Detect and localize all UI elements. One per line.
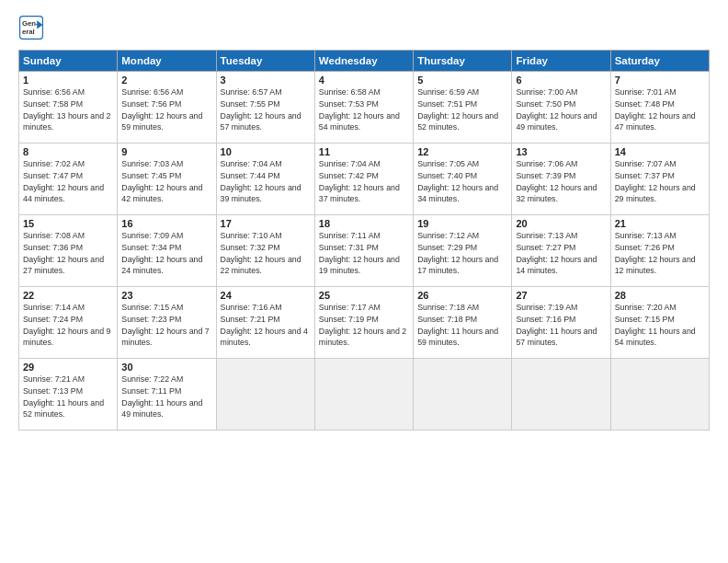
day-info: Sunrise: 7:22 AMSunset: 7:11 PMDaylight:… [121,373,211,420]
weekday-header-friday: Friday [512,51,610,72]
day-number: 6 [516,75,606,86]
day-info: Sunrise: 7:17 AMSunset: 7:19 PMDaylight:… [319,302,409,349]
day-number: 28 [615,290,705,301]
calendar-cell [216,359,314,431]
day-info: Sunrise: 7:05 AMSunset: 7:40 PMDaylight:… [417,158,507,205]
day-info: Sunrise: 6:56 AMSunset: 7:58 PMDaylight:… [23,86,113,133]
day-number: 8 [23,146,113,157]
day-info: Sunrise: 7:00 AMSunset: 7:50 PMDaylight:… [516,86,606,133]
day-number: 27 [516,290,606,301]
day-info: Sunrise: 7:09 AMSunset: 7:34 PMDaylight:… [121,230,211,277]
calendar-cell: 12Sunrise: 7:05 AMSunset: 7:40 PMDayligh… [414,144,512,215]
day-number: 15 [23,218,113,229]
calendar-cell: 29Sunrise: 7:21 AMSunset: 7:13 PMDayligh… [19,359,118,431]
calendar-cell: 25Sunrise: 7:17 AMSunset: 7:19 PMDayligh… [314,287,413,359]
calendar-cell: 30Sunrise: 7:22 AMSunset: 7:11 PMDayligh… [118,359,216,431]
calendar-cell [512,359,610,431]
day-number: 11 [319,146,409,157]
week-row-4: 22Sunrise: 7:14 AMSunset: 7:24 PMDayligh… [19,287,710,359]
day-number: 5 [417,75,507,86]
calendar-cell [610,359,709,431]
calendar-cell: 20Sunrise: 7:13 AMSunset: 7:27 PMDayligh… [512,215,610,287]
weekday-header-monday: Monday [118,51,216,72]
day-number: 14 [615,146,705,157]
day-info: Sunrise: 7:04 AMSunset: 7:42 PMDaylight:… [319,158,409,205]
calendar-cell: 10Sunrise: 7:04 AMSunset: 7:44 PMDayligh… [216,144,314,215]
calendar-cell: 9Sunrise: 7:03 AMSunset: 7:45 PMDaylight… [118,144,216,215]
calendar-cell: 28Sunrise: 7:20 AMSunset: 7:15 PMDayligh… [610,287,709,359]
day-number: 30 [121,362,211,373]
day-info: Sunrise: 7:21 AMSunset: 7:13 PMDaylight:… [23,373,113,420]
logo: Gen- eral [18,15,48,40]
calendar-cell: 7Sunrise: 7:01 AMSunset: 7:48 PMDaylight… [610,72,709,144]
day-number: 10 [221,146,311,157]
calendar-cell: 18Sunrise: 7:11 AMSunset: 7:31 PMDayligh… [314,215,413,287]
day-number: 22 [23,290,113,301]
calendar-table: SundayMondayTuesdayWednesdayThursdayFrid… [18,50,710,431]
day-info: Sunrise: 6:59 AMSunset: 7:51 PMDaylight:… [417,86,507,133]
calendar-cell: 22Sunrise: 7:14 AMSunset: 7:24 PMDayligh… [19,287,118,359]
day-number: 1 [23,75,113,86]
calendar-cell: 16Sunrise: 7:09 AMSunset: 7:34 PMDayligh… [118,215,216,287]
day-number: 3 [221,75,311,86]
day-number: 7 [615,75,705,86]
weekday-header-wednesday: Wednesday [314,51,413,72]
day-number: 29 [23,362,113,373]
day-info: Sunrise: 7:12 AMSunset: 7:29 PMDaylight:… [417,230,507,277]
calendar-cell: 1Sunrise: 6:56 AMSunset: 7:58 PMDaylight… [19,72,118,144]
weekday-header-sunday: Sunday [19,51,118,72]
calendar-cell [314,359,413,431]
calendar-cell: 4Sunrise: 6:58 AMSunset: 7:53 PMDaylight… [314,72,413,144]
day-number: 26 [417,290,507,301]
day-info: Sunrise: 7:13 AMSunset: 7:26 PMDaylight:… [615,230,705,277]
week-row-3: 15Sunrise: 7:08 AMSunset: 7:36 PMDayligh… [19,215,710,287]
calendar-cell: 11Sunrise: 7:04 AMSunset: 7:42 PMDayligh… [314,144,413,215]
calendar-cell: 24Sunrise: 7:16 AMSunset: 7:21 PMDayligh… [216,287,314,359]
day-number: 25 [319,290,409,301]
day-number: 16 [121,218,211,229]
day-info: Sunrise: 7:13 AMSunset: 7:27 PMDaylight:… [516,230,606,277]
day-number: 23 [121,290,211,301]
calendar-cell: 13Sunrise: 7:06 AMSunset: 7:39 PMDayligh… [512,144,610,215]
day-info: Sunrise: 7:11 AMSunset: 7:31 PMDaylight:… [319,230,409,277]
day-info: Sunrise: 6:57 AMSunset: 7:55 PMDaylight:… [221,86,311,133]
day-info: Sunrise: 7:06 AMSunset: 7:39 PMDaylight:… [516,158,606,205]
week-row-2: 8Sunrise: 7:02 AMSunset: 7:47 PMDaylight… [19,144,710,215]
weekday-header-tuesday: Tuesday [216,51,314,72]
day-number: 18 [319,218,409,229]
calendar-cell: 17Sunrise: 7:10 AMSunset: 7:32 PMDayligh… [216,215,314,287]
day-number: 9 [121,146,211,157]
day-info: Sunrise: 7:04 AMSunset: 7:44 PMDaylight:… [221,158,311,205]
calendar-cell: 19Sunrise: 7:12 AMSunset: 7:29 PMDayligh… [414,215,512,287]
weekday-header-saturday: Saturday [610,51,709,72]
day-info: Sunrise: 7:03 AMSunset: 7:45 PMDaylight:… [121,158,211,205]
day-info: Sunrise: 7:10 AMSunset: 7:32 PMDaylight:… [221,230,311,277]
day-info: Sunrise: 7:01 AMSunset: 7:48 PMDaylight:… [615,86,705,133]
calendar-cell: 3Sunrise: 6:57 AMSunset: 7:55 PMDaylight… [216,72,314,144]
page: Gen- eral SundayMondayTuesdayWednesdayTh… [0,0,728,440]
day-info: Sunrise: 7:19 AMSunset: 7:16 PMDaylight:… [516,302,606,349]
calendar-cell: 5Sunrise: 6:59 AMSunset: 7:51 PMDaylight… [414,72,512,144]
day-info: Sunrise: 7:15 AMSunset: 7:23 PMDaylight:… [121,302,211,349]
day-number: 17 [221,218,311,229]
weekday-header-row: SundayMondayTuesdayWednesdayThursdayFrid… [19,51,710,72]
day-info: Sunrise: 6:58 AMSunset: 7:53 PMDaylight:… [319,86,409,133]
logo-icon: Gen- eral [18,15,44,40]
calendar-cell: 23Sunrise: 7:15 AMSunset: 7:23 PMDayligh… [118,287,216,359]
week-row-5: 29Sunrise: 7:21 AMSunset: 7:13 PMDayligh… [19,359,710,431]
day-number: 21 [615,218,705,229]
calendar-cell [414,359,512,431]
calendar-cell: 26Sunrise: 7:18 AMSunset: 7:18 PMDayligh… [414,287,512,359]
calendar-cell: 8Sunrise: 7:02 AMSunset: 7:47 PMDaylight… [19,144,118,215]
day-info: Sunrise: 6:56 AMSunset: 7:56 PMDaylight:… [121,86,211,133]
day-number: 24 [221,290,311,301]
day-number: 19 [417,218,507,229]
calendar-cell: 2Sunrise: 6:56 AMSunset: 7:56 PMDaylight… [118,72,216,144]
day-info: Sunrise: 7:18 AMSunset: 7:18 PMDaylight:… [417,302,507,349]
calendar-cell: 6Sunrise: 7:00 AMSunset: 7:50 PMDaylight… [512,72,610,144]
weekday-header-thursday: Thursday [414,51,512,72]
week-row-1: 1Sunrise: 6:56 AMSunset: 7:58 PMDaylight… [19,72,710,144]
calendar-cell: 15Sunrise: 7:08 AMSunset: 7:36 PMDayligh… [19,215,118,287]
day-info: Sunrise: 7:08 AMSunset: 7:36 PMDaylight:… [23,230,113,277]
day-info: Sunrise: 7:07 AMSunset: 7:37 PMDaylight:… [615,158,705,205]
